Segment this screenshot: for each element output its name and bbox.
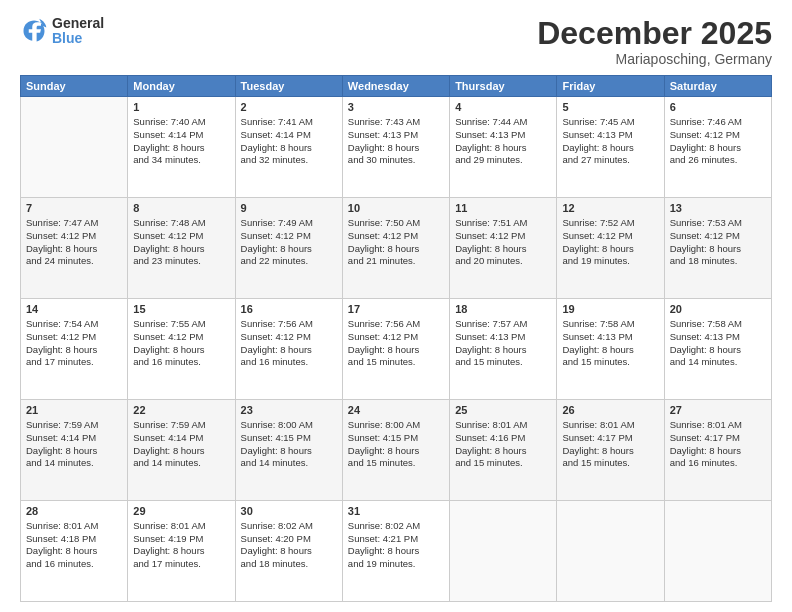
calendar-week-row: 28Sunrise: 8:01 AMSunset: 4:18 PMDayligh…: [21, 501, 772, 602]
day-content-line: Daylight: 8 hours: [562, 142, 658, 155]
day-content-line: Sunrise: 7:51 AM: [455, 217, 551, 230]
day-content-line: Sunrise: 7:56 AM: [241, 318, 337, 331]
day-content-line: and 23 minutes.: [133, 255, 229, 268]
day-content-line: Daylight: 8 hours: [348, 243, 444, 256]
day-content-line: Sunset: 4:14 PM: [26, 432, 122, 445]
day-content-line: Daylight: 8 hours: [455, 142, 551, 155]
day-content-line: Sunset: 4:15 PM: [348, 432, 444, 445]
calendar-week-row: 1Sunrise: 7:40 AMSunset: 4:14 PMDaylight…: [21, 97, 772, 198]
day-content-line: and 30 minutes.: [348, 154, 444, 167]
day-content-line: Daylight: 8 hours: [26, 344, 122, 357]
day-number: 23: [241, 403, 337, 418]
day-content-line: Daylight: 8 hours: [241, 545, 337, 558]
table-cell: 29Sunrise: 8:01 AMSunset: 4:19 PMDayligh…: [128, 501, 235, 602]
day-content-line: Sunrise: 7:54 AM: [26, 318, 122, 331]
day-content-line: Sunset: 4:13 PM: [670, 331, 766, 344]
day-content-line: Daylight: 8 hours: [133, 243, 229, 256]
day-content-line: Sunset: 4:12 PM: [670, 129, 766, 142]
table-cell: 17Sunrise: 7:56 AMSunset: 4:12 PMDayligh…: [342, 299, 449, 400]
day-content-line: and 14 minutes.: [133, 457, 229, 470]
day-content-line: Daylight: 8 hours: [670, 445, 766, 458]
day-content-line: Sunrise: 8:01 AM: [670, 419, 766, 432]
day-content-line: and 24 minutes.: [26, 255, 122, 268]
day-content-line: and 18 minutes.: [241, 558, 337, 571]
table-cell: 9Sunrise: 7:49 AMSunset: 4:12 PMDaylight…: [235, 198, 342, 299]
month-title: December 2025: [537, 16, 772, 51]
day-number: 9: [241, 201, 337, 216]
col-header-wednesday: Wednesday: [342, 76, 449, 97]
day-content-line: Daylight: 8 hours: [455, 445, 551, 458]
table-cell: 16Sunrise: 7:56 AMSunset: 4:12 PMDayligh…: [235, 299, 342, 400]
day-content-line: Sunset: 4:14 PM: [133, 129, 229, 142]
day-content-line: Daylight: 8 hours: [348, 344, 444, 357]
day-content-line: Sunset: 4:12 PM: [670, 230, 766, 243]
day-content-line: Sunset: 4:17 PM: [670, 432, 766, 445]
day-number: 10: [348, 201, 444, 216]
day-content-line: Daylight: 8 hours: [348, 545, 444, 558]
day-content-line: and 15 minutes.: [562, 356, 658, 369]
table-cell: 14Sunrise: 7:54 AMSunset: 4:12 PMDayligh…: [21, 299, 128, 400]
table-cell: [450, 501, 557, 602]
day-number: 31: [348, 504, 444, 519]
day-content-line: Sunrise: 7:45 AM: [562, 116, 658, 129]
day-content-line: Sunrise: 7:41 AM: [241, 116, 337, 129]
day-content-line: Sunset: 4:12 PM: [133, 331, 229, 344]
day-content-line: and 34 minutes.: [133, 154, 229, 167]
day-content-line: Sunset: 4:13 PM: [348, 129, 444, 142]
day-content-line: Daylight: 8 hours: [562, 243, 658, 256]
table-cell: 25Sunrise: 8:01 AMSunset: 4:16 PMDayligh…: [450, 400, 557, 501]
col-header-tuesday: Tuesday: [235, 76, 342, 97]
table-cell: 4Sunrise: 7:44 AMSunset: 4:13 PMDaylight…: [450, 97, 557, 198]
table-cell: 2Sunrise: 7:41 AMSunset: 4:14 PMDaylight…: [235, 97, 342, 198]
table-cell: 30Sunrise: 8:02 AMSunset: 4:20 PMDayligh…: [235, 501, 342, 602]
day-number: 26: [562, 403, 658, 418]
day-content-line: Sunrise: 7:46 AM: [670, 116, 766, 129]
table-cell: 13Sunrise: 7:53 AMSunset: 4:12 PMDayligh…: [664, 198, 771, 299]
day-content-line: Daylight: 8 hours: [348, 142, 444, 155]
day-content-line: and 14 minutes.: [26, 457, 122, 470]
day-content-line: Daylight: 8 hours: [241, 243, 337, 256]
day-number: 3: [348, 100, 444, 115]
day-content-line: Daylight: 8 hours: [241, 344, 337, 357]
day-content-line: and 15 minutes.: [562, 457, 658, 470]
day-content-line: Sunset: 4:15 PM: [241, 432, 337, 445]
day-content-line: Daylight: 8 hours: [455, 243, 551, 256]
day-content-line: Sunset: 4:12 PM: [562, 230, 658, 243]
day-content-line: Sunset: 4:20 PM: [241, 533, 337, 546]
day-content-line: and 19 minutes.: [348, 558, 444, 571]
table-cell: 31Sunrise: 8:02 AMSunset: 4:21 PMDayligh…: [342, 501, 449, 602]
table-cell: [664, 501, 771, 602]
table-cell: 11Sunrise: 7:51 AMSunset: 4:12 PMDayligh…: [450, 198, 557, 299]
table-cell: [21, 97, 128, 198]
day-content-line: Sunset: 4:12 PM: [348, 331, 444, 344]
table-cell: 19Sunrise: 7:58 AMSunset: 4:13 PMDayligh…: [557, 299, 664, 400]
day-content-line: Daylight: 8 hours: [562, 344, 658, 357]
day-content-line: and 14 minutes.: [241, 457, 337, 470]
day-content-line: and 16 minutes.: [133, 356, 229, 369]
day-number: 19: [562, 302, 658, 317]
table-cell: 22Sunrise: 7:59 AMSunset: 4:14 PMDayligh…: [128, 400, 235, 501]
day-content-line: Daylight: 8 hours: [133, 142, 229, 155]
calendar-week-row: 21Sunrise: 7:59 AMSunset: 4:14 PMDayligh…: [21, 400, 772, 501]
day-content-line: Daylight: 8 hours: [26, 243, 122, 256]
location: Mariaposching, Germany: [537, 51, 772, 67]
day-content-line: Sunrise: 7:56 AM: [348, 318, 444, 331]
table-cell: 18Sunrise: 7:57 AMSunset: 4:13 PMDayligh…: [450, 299, 557, 400]
day-number: 5: [562, 100, 658, 115]
day-content-line: Sunrise: 7:59 AM: [133, 419, 229, 432]
day-number: 15: [133, 302, 229, 317]
calendar-table: Sunday Monday Tuesday Wednesday Thursday…: [20, 75, 772, 602]
day-content-line: Daylight: 8 hours: [241, 142, 337, 155]
day-content-line: Sunset: 4:18 PM: [26, 533, 122, 546]
col-header-thursday: Thursday: [450, 76, 557, 97]
page: General Blue December 2025 Mariaposching…: [0, 0, 792, 612]
table-cell: 7Sunrise: 7:47 AMSunset: 4:12 PMDaylight…: [21, 198, 128, 299]
day-number: 21: [26, 403, 122, 418]
day-content-line: Sunrise: 7:49 AM: [241, 217, 337, 230]
day-number: 6: [670, 100, 766, 115]
day-number: 13: [670, 201, 766, 216]
table-cell: [557, 501, 664, 602]
logo-blue-text: Blue: [52, 31, 104, 46]
day-content-line: and 14 minutes.: [670, 356, 766, 369]
day-content-line: Sunset: 4:12 PM: [26, 331, 122, 344]
